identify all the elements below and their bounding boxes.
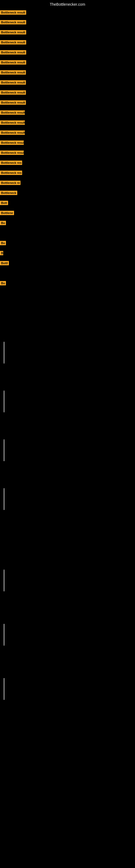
vertical-line-5 xyxy=(4,569,4,591)
bottleneck-result-label-16: Bottleneck res xyxy=(0,161,22,165)
bottleneck-result-label-3: Bottleneck result xyxy=(0,30,26,34)
bottleneck-result-label-1: Bottleneck result xyxy=(0,10,26,14)
vertical-line-2 xyxy=(4,391,4,412)
vertical-line-7 xyxy=(4,678,4,700)
bottleneck-result-label-19: Bottleneck xyxy=(0,191,17,195)
bottleneck-result-label-9: Bottleneck result xyxy=(0,90,26,95)
bottleneck-result-label-17: Bottleneck res xyxy=(0,170,22,175)
bottleneck-result-label-21: Bottlene xyxy=(0,211,14,215)
vertical-line-4 xyxy=(4,488,4,510)
bottleneck-result-label-4: Bottleneck result xyxy=(0,40,26,44)
bottleneck-result-label-2: Bottleneck result xyxy=(0,20,26,24)
vertical-line-6 xyxy=(4,624,4,646)
bottleneck-result-label-5: Bottleneck result xyxy=(0,50,26,55)
bottleneck-result-label-11: Bottleneck result xyxy=(0,111,25,115)
bottleneck-result-label-20: Bott xyxy=(0,201,8,205)
bottleneck-result-label-22: Bo xyxy=(0,221,6,225)
bottleneck-result-label-18: Bottleneck re xyxy=(0,181,20,185)
bottleneck-result-label-24: B xyxy=(0,251,3,255)
vertical-line-1 xyxy=(4,342,4,364)
bottleneck-result-label-26: Bo xyxy=(0,281,6,285)
bottleneck-result-label-25: Bottl xyxy=(0,261,9,265)
bottleneck-result-label-15: Bottleneck result xyxy=(0,151,24,155)
site-title: TheBottlenecker.com xyxy=(0,0,135,8)
bottleneck-result-label-12: Bottleneck result xyxy=(0,120,25,125)
bottleneck-result-label-8: Bottleneck result xyxy=(0,80,26,85)
bottleneck-result-label-13: Bottleneck result xyxy=(0,130,25,135)
bottleneck-result-label-23: Bo xyxy=(0,241,6,245)
bottleneck-result-label-7: Bottleneck result xyxy=(0,70,26,74)
bottleneck-result-label-10: Bottleneck result xyxy=(0,100,26,105)
bottleneck-result-label-14: Bottleneck result xyxy=(0,141,24,145)
vertical-line-3 xyxy=(4,439,4,461)
bottleneck-result-label-6: Bottleneck result xyxy=(0,60,26,65)
